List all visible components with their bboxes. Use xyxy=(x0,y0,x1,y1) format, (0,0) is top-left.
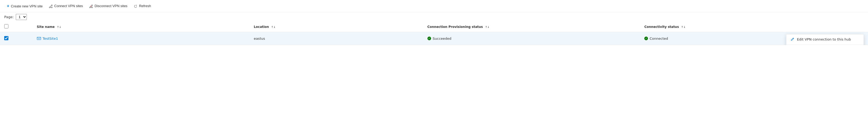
col-header-actions xyxy=(815,22,868,32)
disconnect-vpn-sites-button[interactable]: Disconnect VPN sites xyxy=(87,2,130,10)
col-header-connectivity[interactable]: Connectivity status ↑↓ xyxy=(641,22,815,32)
col-header-provision[interactable]: Connection Provisioning status ↑↓ xyxy=(424,22,641,32)
create-vpn-label: Create new VPN site xyxy=(11,4,43,8)
page-select[interactable]: 1 xyxy=(16,14,27,20)
location-sort-icon: ↑↓ xyxy=(271,26,276,28)
disconnect-vpn-label: Disconnect VPN sites xyxy=(94,4,127,8)
vpn-sites-table: Site name ↑↓ Location ↑↓ Connection Prov… xyxy=(0,22,868,45)
row-checkbox[interactable] xyxy=(4,36,8,40)
page-selector: Page: 1 xyxy=(0,12,868,22)
table-container: Site name ↑↓ Location ↑↓ Connection Prov… xyxy=(0,22,868,45)
select-all-header xyxy=(0,22,34,32)
row-checkbox-cell xyxy=(0,32,34,45)
connect-icon xyxy=(49,4,53,8)
col-header-sitename[interactable]: Site name ↑↓ xyxy=(34,22,251,32)
svg-point-1 xyxy=(49,7,50,8)
refresh-icon xyxy=(134,4,137,8)
provision-status-badge: Succeeded xyxy=(427,37,638,40)
col-sitename-label: Site name xyxy=(37,25,55,29)
connect-vpn-sites-button[interactable]: Connect VPN sites xyxy=(46,2,86,10)
sitename-sort-icon: ↑↓ xyxy=(57,26,61,28)
edit-icon xyxy=(790,37,794,42)
location-text: eastus xyxy=(254,37,265,40)
row-location-cell: eastus xyxy=(251,32,424,45)
delete-vpn-connection-item[interactable]: Delete VPN connection to this hub xyxy=(786,45,864,45)
toolbar: + Create new VPN site Connect VPN sites xyxy=(0,0,868,12)
site-name-text: TestSite1 xyxy=(43,37,58,40)
site-name-link[interactable]: TestSite1 xyxy=(37,36,248,40)
svg-point-2 xyxy=(51,7,52,8)
col-location-label: Location xyxy=(254,25,269,29)
col-provision-label: Connection Provisioning status xyxy=(427,25,483,29)
refresh-button[interactable]: Refresh xyxy=(131,2,154,10)
svg-point-7 xyxy=(92,7,93,8)
create-vpn-site-button[interactable]: + Create new VPN site xyxy=(4,2,45,10)
svg-point-6 xyxy=(90,7,91,8)
svg-point-5 xyxy=(92,5,93,6)
edit-vpn-connection-item[interactable]: Edit VPN connection to this hub xyxy=(786,34,864,44)
connectivity-status-text: Connected xyxy=(650,37,668,40)
disconnect-icon xyxy=(89,4,93,8)
context-menu: Edit VPN connection to this hub Delete V… xyxy=(786,34,864,45)
select-all-checkbox[interactable] xyxy=(4,24,8,28)
connectivity-sort-icon: ↑↓ xyxy=(681,26,686,28)
site-icon xyxy=(37,36,41,40)
connectivity-status-icon xyxy=(644,37,648,40)
provision-status-icon xyxy=(427,37,431,40)
connect-vpn-label: Connect VPN sites xyxy=(54,4,83,8)
row-provision-cell: Succeeded xyxy=(424,32,641,45)
row-sitename-cell: TestSite1 xyxy=(34,32,251,45)
page-label: Page: xyxy=(4,15,14,19)
edit-vpn-label: Edit VPN connection to this hub xyxy=(797,37,851,42)
provision-sort-icon: ↑↓ xyxy=(485,26,490,28)
svg-line-3 xyxy=(50,6,52,7)
col-header-location[interactable]: Location ↑↓ xyxy=(251,22,424,32)
refresh-label: Refresh xyxy=(139,4,151,8)
table-row: TestSite1 eastus Succeeded Connected xyxy=(0,32,868,45)
svg-point-0 xyxy=(51,5,52,6)
col-connectivity-label: Connectivity status xyxy=(644,25,679,29)
plus-icon: + xyxy=(7,4,9,8)
svg-point-13 xyxy=(38,38,39,39)
svg-line-14 xyxy=(793,38,793,39)
provision-status-text: Succeeded xyxy=(433,37,452,40)
